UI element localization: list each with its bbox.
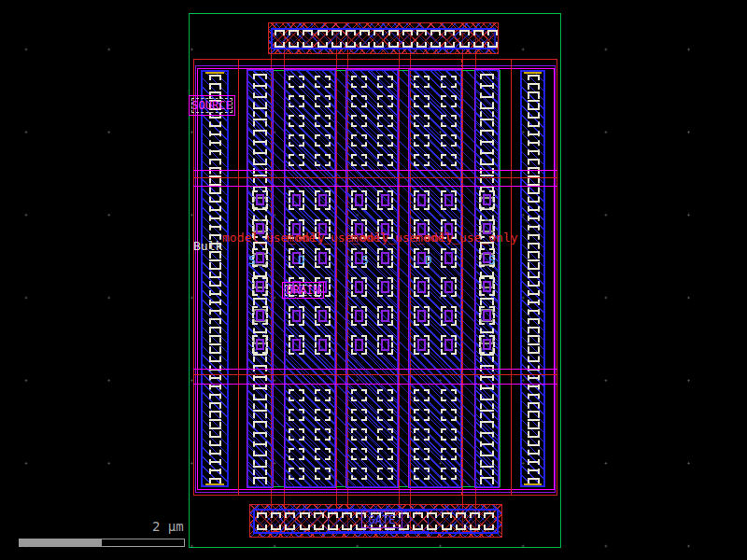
pin-label-s3[interactable]: S xyxy=(488,254,496,266)
model-warning-text[interactable]: model_use_only xyxy=(416,231,518,244)
pin-label-d2[interactable]: D xyxy=(425,254,432,266)
bulk-label[interactable]: Bulk xyxy=(193,240,222,252)
dashed-red-marker xyxy=(461,60,462,495)
source-label: SOURCE xyxy=(191,99,232,112)
source-label-box[interactable]: SOURCE xyxy=(189,95,235,116)
drain-label-box[interactable]: DRAIN xyxy=(282,282,324,299)
scale-bar xyxy=(19,539,185,547)
pin-label-d1[interactable]: D xyxy=(298,254,305,266)
drain-label: DRAIN xyxy=(286,284,319,297)
pin-label-s2[interactable]: S xyxy=(361,254,369,266)
gate-label-box[interactable]: GATE xyxy=(361,511,402,528)
scale-bar-fill xyxy=(20,539,102,546)
pr-boundary xyxy=(189,13,561,548)
pin-label-s1[interactable]: S xyxy=(248,254,256,266)
layout-canvas[interactable]: SOURCE DRAIN GATE Bulk model_use_only mo… xyxy=(0,0,747,560)
gate-label: GATE xyxy=(369,513,396,526)
scale-label: 2 µm xyxy=(152,520,184,533)
